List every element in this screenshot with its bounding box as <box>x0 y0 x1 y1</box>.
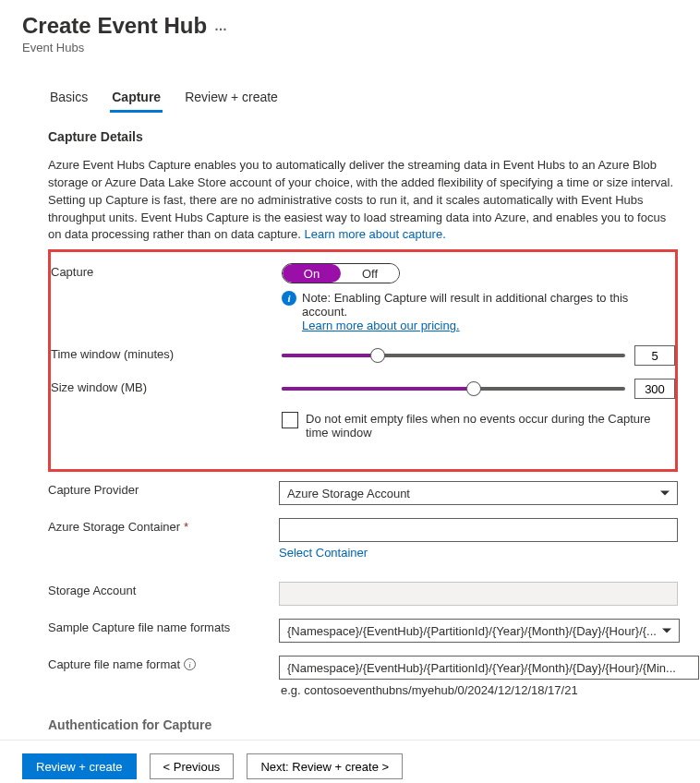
capture-note: Note: Enabling Capture will result in ad… <box>302 291 628 319</box>
toggle-off[interactable]: Off <box>341 264 399 283</box>
info-icon[interactable]: i <box>184 658 196 670</box>
tab-review-create[interactable]: Review + create <box>183 84 280 113</box>
storage-container-input[interactable] <box>279 518 678 542</box>
previous-button[interactable]: < Previous <box>150 753 235 779</box>
select-container-link[interactable]: Select Container <box>279 546 368 560</box>
capture-details-description: Azure Event Hubs Capture enables you to … <box>48 157 678 244</box>
slider-thumb[interactable] <box>466 381 481 396</box>
more-actions-icon[interactable]: … <box>214 18 227 33</box>
breadcrumb: Event Hubs <box>22 41 678 54</box>
section-title-capture-details: Capture Details <box>48 129 678 144</box>
sample-formats-select[interactable]: {Namespace}/{EventHub}/{PartitionId}/{Ye… <box>279 619 680 643</box>
tab-capture[interactable]: Capture <box>110 84 163 113</box>
empty-files-label: Do not emit empty files when no events o… <box>306 412 675 440</box>
page-title: Create Event Hub <box>22 13 207 39</box>
tab-bar: Basics Capture Review + create <box>48 84 678 113</box>
footer-bar: Review + create < Previous Next: Review … <box>0 740 700 783</box>
toggle-on[interactable]: On <box>283 264 341 283</box>
pricing-link[interactable]: Learn more about our pricing. <box>302 319 460 332</box>
storage-container-label: Azure Storage Container * <box>48 518 279 534</box>
capture-label: Capture <box>51 263 282 279</box>
filename-example: e.g. contosoeventhubns/myehub/0/2024/12/… <box>279 683 699 697</box>
capture-highlight-box: Capture On Off i Note: Enabling Capture … <box>48 249 678 472</box>
sample-formats-label: Sample Capture file name formats <box>48 619 279 634</box>
size-window-input[interactable] <box>634 379 675 399</box>
info-icon: i <box>282 291 296 306</box>
review-create-button[interactable]: Review + create <box>22 753 137 779</box>
next-button[interactable]: Next: Review + create > <box>247 753 403 779</box>
capture-provider-label: Capture Provider <box>48 481 279 497</box>
size-window-label: Size window (MB) <box>51 379 282 394</box>
time-window-input[interactable] <box>634 345 675 366</box>
capture-provider-select[interactable]: Azure Storage Account <box>279 481 678 505</box>
section-title-authentication: Authentication for Capture <box>48 717 678 732</box>
time-window-label: Time window (minutes) <box>51 345 282 361</box>
tab-basics[interactable]: Basics <box>48 84 90 113</box>
filename-format-label: Capture file name format i <box>48 656 279 671</box>
storage-account-label: Storage Account <box>48 582 279 597</box>
learn-more-capture-link[interactable]: Learn more about capture. <box>305 227 446 241</box>
capture-toggle[interactable]: On Off <box>282 263 400 283</box>
storage-account-input <box>279 582 678 606</box>
filename-format-input[interactable]: {Namespace}/{EventHub}/{PartitionId}/{Ye… <box>279 656 699 680</box>
time-window-slider[interactable] <box>282 354 625 357</box>
empty-files-checkbox[interactable] <box>282 412 298 428</box>
slider-thumb[interactable] <box>370 348 385 363</box>
size-window-slider[interactable] <box>282 387 625 391</box>
